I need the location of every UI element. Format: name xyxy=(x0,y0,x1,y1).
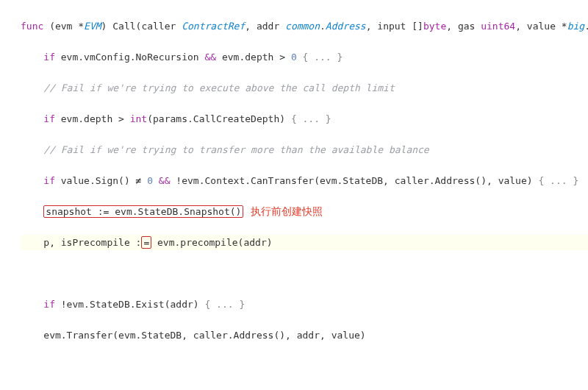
blank-2 xyxy=(21,358,588,374)
line-snapshot: snapshot := evm.StateDB.Snapshot()执行前创建快… xyxy=(21,204,588,219)
line-exist: if !evm.StateDB.Exist(addr) { ... } xyxy=(21,297,588,312)
code-block: func (evm *EVM) Call(caller ContractRef,… xyxy=(0,0,588,390)
line-func-sig: func (evm *EVM) Call(caller ContractRef,… xyxy=(21,18,588,34)
line-2: if evm.vmConfig.NoRecursion && evm.depth… xyxy=(21,49,588,65)
blank-1 xyxy=(21,266,588,281)
line-precompile: p, isPrecompile := evm.precompile(addr) xyxy=(21,235,588,250)
line-5: // Fail if we're trying to transfer more… xyxy=(21,142,588,157)
caret-box: = xyxy=(141,236,151,249)
line-4: if evm.depth > int(params.CallCreateDept… xyxy=(21,111,588,127)
line-transfer: evm.Transfer(evm.StateDB, caller.Address… xyxy=(21,327,588,343)
annotation-create: 执行前创建快照 xyxy=(251,205,323,217)
line-6: if value.Sign() ≠ 0 && !evm.Context.CanT… xyxy=(21,173,588,188)
boxed-snapshot-create: snapshot := evm.StateDB.Snapshot() xyxy=(43,205,243,218)
line-3: // Fail if we're trying to execute above… xyxy=(21,80,588,96)
